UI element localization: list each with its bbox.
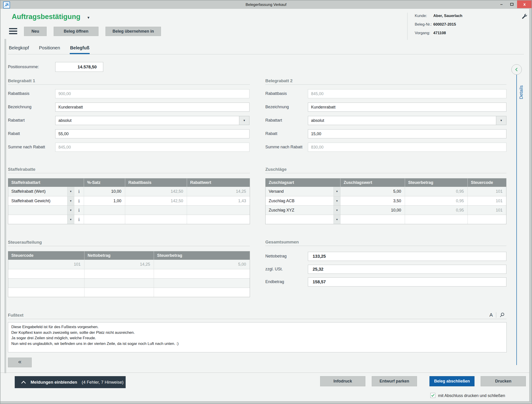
document-type-selector[interactable]: Auftragsbestätigung ▼ xyxy=(12,13,90,21)
staffelrabattart-cell[interactable]: Staffelrabatt (Wert) xyxy=(8,187,67,196)
fusstext-toolbar: A xyxy=(489,312,505,318)
chevron-down-icon[interactable]: ▼ xyxy=(239,116,249,125)
staffelrabattart-cell[interactable]: Staffelrabatt Gewicht) xyxy=(8,196,67,205)
nettobetrag-field[interactable] xyxy=(308,252,507,261)
table-row: ▼ xyxy=(266,215,506,224)
rabatt1-label: Rabatt xyxy=(8,131,20,136)
abschluss-checkbox[interactable] xyxy=(430,393,435,398)
steuerbetrag-cell xyxy=(154,279,250,288)
zuschlagswert-cell[interactable]: 3,50 xyxy=(340,196,405,205)
belegnr-value: 600027-2015 xyxy=(433,22,456,27)
chevron-down-icon[interactable]: ▼ xyxy=(67,215,74,224)
chevron-down-icon[interactable]: ▼ xyxy=(67,187,74,196)
zuschlagsart-cell[interactable]: Zuschlag ACB xyxy=(266,196,334,205)
tab-belegfuss[interactable]: Belegfuß xyxy=(70,45,90,54)
details-panel-edge xyxy=(516,75,517,365)
nettobetrag-cell xyxy=(84,279,154,288)
steuercode-cell: 101 xyxy=(468,187,506,196)
satz-cell[interactable] xyxy=(84,206,125,215)
fusstext-title: Fußtext xyxy=(8,313,24,318)
drucken-button[interactable]: Drucken xyxy=(481,376,526,386)
search-icon[interactable] xyxy=(499,312,505,318)
positionssumme-field[interactable] xyxy=(55,62,103,72)
infodruck-button[interactable]: Infodruck xyxy=(320,376,365,386)
rabattbasis1-field xyxy=(55,89,249,98)
rabattart1-select[interactable]: absolut ▼ xyxy=(55,116,249,125)
beleg-oeffnen-button[interactable]: Beleg öffnen xyxy=(54,27,98,36)
info-icon[interactable]: i xyxy=(74,215,84,224)
chevron-down-icon[interactable]: ▼ xyxy=(334,206,340,215)
steuercode-cell xyxy=(8,288,84,297)
endbetrag-field[interactable] xyxy=(308,277,507,287)
rabattbasis1-label: Rabattbasis xyxy=(8,91,29,96)
table-header: Zuschlagsart Zuschlagswert Steuerbetrag … xyxy=(266,179,506,187)
zuschlaege-title: Zuschläge xyxy=(265,167,287,172)
bezeichnung2-field[interactable] xyxy=(308,103,507,112)
zuschlagsart-cell[interactable]: Versand xyxy=(266,187,334,196)
bezeichnung2-label: Bezeichnung xyxy=(265,105,289,109)
rabattart2-select[interactable]: absolut ▼ xyxy=(308,116,507,125)
rabatt1-field[interactable] xyxy=(55,129,249,138)
steuerbetrag-cell: 0,95 xyxy=(405,206,468,215)
abschluss-checkbox-label[interactable]: mit Abschluss drucken und schließen xyxy=(438,393,505,398)
positionssumme-label: Positionssumme: xyxy=(8,64,39,69)
satz-cell[interactable]: 1,00 xyxy=(84,196,125,205)
table-row: ▼ i xyxy=(8,215,250,224)
chevron-down-icon[interactable]: ▼ xyxy=(496,116,506,125)
steuercode-cell xyxy=(468,215,506,224)
close-button[interactable]: x xyxy=(517,0,532,8)
belegnr-label: Beleg-Nr.: xyxy=(415,22,432,27)
left-splitter[interactable] xyxy=(5,39,6,373)
basis-cell: 142,50 xyxy=(125,187,187,196)
tab-positionen[interactable]: Positionen xyxy=(39,45,60,54)
chevron-down-icon[interactable]: ▼ xyxy=(334,187,340,196)
zuschlagsart-cell[interactable] xyxy=(266,215,334,224)
maximize-button[interactable] xyxy=(507,0,517,8)
ust-field[interactable] xyxy=(308,265,507,274)
fusstext-textarea[interactable]: Diese Eingabefeld ist für des Fußtexts v… xyxy=(8,322,507,352)
kunde-value: Aber, Sauerlach xyxy=(433,13,462,18)
chevron-down-icon[interactable]: ▼ xyxy=(334,196,340,205)
beleg-uebernehmen-button[interactable]: Beleg übernehmen in xyxy=(106,27,161,36)
menu-icon[interactable] xyxy=(9,28,17,34)
info-icon[interactable]: i xyxy=(74,196,84,205)
rabatt2-field[interactable] xyxy=(308,129,507,138)
satz-cell[interactable]: 10,00 xyxy=(84,187,125,196)
zuschlagswert-cell[interactable] xyxy=(340,215,405,224)
staffelrabatte-table: Staffelrabattart %-Satz Rabattbasis Raba… xyxy=(8,178,250,224)
basis-cell xyxy=(125,206,187,215)
chevron-down-icon[interactable]: ▼ xyxy=(67,206,74,215)
chevron-down-icon[interactable]: ▼ xyxy=(67,196,74,205)
table-row: ▼ i xyxy=(8,205,250,215)
zuschlagswert-cell[interactable]: 10,00 xyxy=(340,206,405,215)
staffelrabattart-cell[interactable] xyxy=(8,215,67,224)
footer-divider xyxy=(0,372,532,373)
collapse-footer-button[interactable]: « xyxy=(8,358,32,367)
chevron-down-icon[interactable]: ▼ xyxy=(87,14,90,19)
steuerbetrag-cell xyxy=(405,215,468,224)
satz-cell[interactable] xyxy=(84,215,125,224)
beleg-abschliessen-button[interactable]: Beleg abschließen xyxy=(430,376,475,386)
bezeichnung1-label: Bezeichnung xyxy=(8,105,32,109)
belegrabatt1-title: Belegrabatt 1 xyxy=(8,78,35,83)
minimize-button[interactable]: – xyxy=(496,0,507,8)
basis-cell xyxy=(125,215,187,224)
font-icon[interactable]: A xyxy=(489,312,493,318)
entwurf-parken-button[interactable]: Entwurf parken xyxy=(372,376,417,386)
neu-button[interactable]: Neu xyxy=(24,27,47,36)
bezeichnung1-field[interactable] xyxy=(55,103,249,112)
meldungen-button[interactable]: Meldungen einblenden (4 Fehler, 7 Hinwei… xyxy=(15,376,126,388)
tab-belegkopf[interactable]: Belegkopf xyxy=(9,45,29,54)
staffelrabattart-cell[interactable] xyxy=(8,206,67,215)
ust-label: zzgl. USt. xyxy=(265,267,283,271)
info-divider xyxy=(407,13,407,40)
details-tab[interactable]: Details xyxy=(517,80,525,105)
zuschlagsart-cell[interactable]: Zuschlag XYZ xyxy=(266,206,334,215)
zuschlagswert-cell[interactable]: 5,00 xyxy=(340,187,405,196)
details-collapse-button[interactable] xyxy=(511,64,522,75)
info-icon[interactable]: i xyxy=(74,206,84,215)
summe1-field xyxy=(55,143,249,152)
wrench-icon[interactable] xyxy=(521,13,527,19)
chevron-down-icon[interactable]: ▼ xyxy=(334,215,340,224)
info-icon[interactable]: i xyxy=(74,187,84,196)
